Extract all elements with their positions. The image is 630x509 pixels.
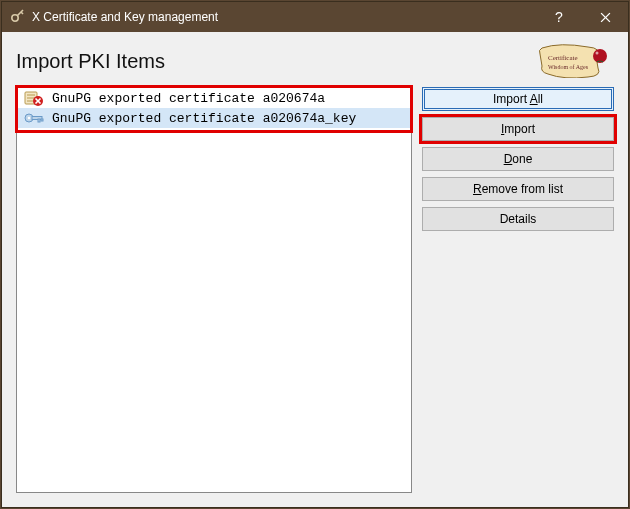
details-button[interactable]: Details [422, 207, 614, 231]
key-icon [22, 110, 46, 126]
svg-text:Certificate: Certificate [548, 54, 578, 62]
done-button-wrap: Done [422, 147, 614, 171]
svg-rect-16 [38, 119, 40, 122]
svg-line-2 [21, 12, 23, 14]
button-panel: Import All Import Done Remove [422, 86, 614, 493]
remove-button-wrap: Remove from list [422, 177, 614, 201]
svg-rect-17 [41, 119, 43, 121]
svg-point-0 [12, 15, 18, 21]
button-label: Details [500, 212, 537, 226]
titlebar[interactable]: X Certificate and Key management ? [2, 2, 628, 32]
button-label: Import [501, 122, 535, 136]
list-item[interactable]: GnuPG exported certificate a020674a_key [18, 108, 410, 128]
button-label: Remove from list [473, 182, 563, 196]
app-window: X Certificate and Key management ? Impor… [1, 1, 629, 508]
title-controls: ? [536, 2, 628, 32]
list-item[interactable]: GnuPG exported certificate a020674a [18, 88, 410, 108]
close-button[interactable] [582, 2, 628, 32]
import-all-button-wrap: Import All [422, 87, 614, 111]
import-all-button[interactable]: Import All [422, 87, 614, 111]
list-item-label: GnuPG exported certificate a020674a_key [52, 111, 356, 126]
window-title: X Certificate and Key management [32, 10, 536, 24]
help-button[interactable]: ? [536, 2, 582, 32]
details-button-wrap: Details [422, 207, 614, 231]
app-icon [10, 9, 26, 25]
button-label: Import All [493, 92, 543, 106]
header-row: Import PKI Items Certificate Wisdom of A… [16, 42, 614, 80]
import-button-wrap: Import [422, 117, 614, 141]
button-label: Done [504, 152, 533, 166]
import-button[interactable]: Import [422, 117, 614, 141]
svg-point-6 [596, 52, 599, 55]
page-title: Import PKI Items [16, 50, 165, 73]
remove-from-list-button[interactable]: Remove from list [422, 177, 614, 201]
main-row: GnuPG exported certificate a020674a GnuP… [16, 86, 614, 493]
list-item-label: GnuPG exported certificate a020674a [52, 91, 325, 106]
item-list[interactable]: GnuPG exported certificate a020674a GnuP… [16, 86, 412, 493]
done-button[interactable]: Done [422, 147, 614, 171]
certificate-error-icon [22, 90, 46, 106]
svg-point-14 [28, 117, 31, 120]
content-area: Import PKI Items Certificate Wisdom of A… [2, 32, 628, 507]
xca-logo: Certificate Wisdom of Ages [536, 44, 614, 78]
svg-text:Wisdom of Ages: Wisdom of Ages [548, 64, 589, 70]
